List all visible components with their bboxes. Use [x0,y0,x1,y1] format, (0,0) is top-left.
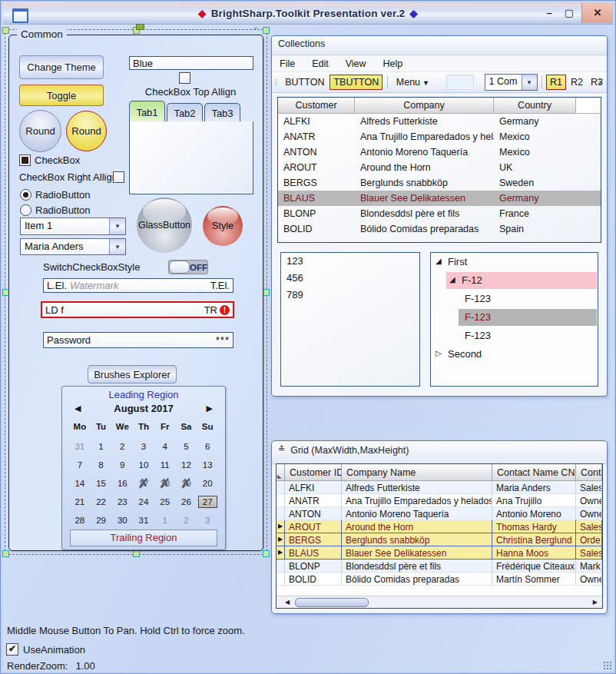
round-button-yellow[interactable]: Round [66,111,107,151]
collapse-all-icon[interactable]: ≛ [278,444,285,463]
menu-item-help[interactable]: Help [383,58,403,69]
table-row[interactable]: BOLIDBólido Comidas preparadasMartín Som… [277,573,602,586]
calendar-day[interactable]: 26 [176,493,197,511]
resize-handle[interactable] [2,27,9,34]
collections-window-title[interactable]: Collections [272,36,607,55]
scroll-right-icon[interactable]: ▶ [593,599,598,606]
tree-collapsed-icon[interactable]: ▷ [436,349,442,357]
calendar-day[interactable]: 6 [197,437,218,456]
close-button[interactable]: ✕ [581,3,613,23]
calendar-day[interactable]: 12 [176,456,197,474]
chevron-down-icon[interactable]: ▼ [109,218,125,234]
toolbar-button[interactable]: BUTTON [281,75,328,90]
column-header-customer-id[interactable]: Customer ID [285,464,342,481]
calendar-day[interactable]: 5 [176,437,197,456]
grid-window-title[interactable]: ≛ Grid (MaxWidth,MaxHeight) [272,441,607,464]
calendar-day[interactable]: 1 [154,511,176,530]
toolbar-grip-icon[interactable]: ⁞ [275,78,277,87]
list-item[interactable]: 456 [281,270,419,287]
calendar-day[interactable]: 25 [154,493,176,511]
toolbar-combobox[interactable]: 1 Com ▼ [485,74,538,91]
calendar-day[interactable]: 15 [91,474,112,493]
glass-button[interactable]: GlassButton [137,198,192,253]
tree-item[interactable]: ◢F-12 [431,271,598,290]
calendar-day[interactable]: 29 [91,511,112,530]
tree-expanded-icon[interactable]: ◢ [436,257,442,265]
table-row[interactable]: BERGSBerglunds snabbköpSweden [278,175,601,191]
calendar-day[interactable]: 28 [69,511,91,530]
calendar-day[interactable]: 23 [111,493,133,511]
change-theme-button[interactable]: Change Theme [19,55,104,79]
tree-expanded-icon[interactable]: ◢ [449,275,455,284]
calendar-day[interactable]: 21 [69,493,91,511]
checkbox-checked[interactable] [19,154,31,166]
checkbox-top-align[interactable] [179,72,190,84]
watermark-textbox[interactable]: L.El. Watermark T.El. [43,278,233,293]
tree-item[interactable]: F-123 [431,327,598,345]
toolbar-overflow-icon[interactable]: —▾ [597,77,604,86]
calendar-month-label[interactable]: August 2017 [62,403,225,414]
calendar-day[interactable]: 8 [91,456,112,474]
radio-button-1[interactable] [20,189,31,201]
minimize-button[interactable]: – [539,3,559,23]
calendar-day[interactable]: 1 [91,437,112,456]
column-header-contact-name[interactable]: Contact Name CN [492,464,576,481]
maximize-button[interactable]: ▢ [559,3,579,23]
table-row[interactable]: ▶BLAUSBlauer See DelikatessenHanna MoosS… [277,546,602,559]
style-button[interactable]: Style [203,206,243,246]
table-row[interactable]: AROUTAround the HornUK [278,160,601,175]
title-bar[interactable]: ◆BrightSharp.Toolkit Presentation ver.2◆… [3,3,613,25]
toolbar-toggle-button[interactable]: TBUTTON [330,75,383,90]
column-header-company-name[interactable]: Company Name [342,464,492,481]
horizontal-scrollbar[interactable]: ◀ ▶ [277,596,602,608]
blue-input[interactable]: Blue [129,56,253,70]
resize-handle[interactable] [263,27,270,34]
radio-button-2[interactable] [20,204,31,216]
toolbar-menu-button[interactable]: Menu▼ [392,75,433,90]
adorner-chevron-icon[interactable]: ⌄ [253,22,259,31]
password-textbox[interactable]: Password *** [43,332,233,348]
validation-error-textbox[interactable]: LD f TR ! [41,301,234,318]
select-all-corner[interactable] [277,464,285,481]
table-row[interactable]: ANATRAna Trujillo Emparedados y heladosA… [277,494,602,507]
calendar-day[interactable]: 11 [154,456,176,474]
table-row[interactable]: ALFKIAlfreds FutterkisteMaria AndersSale… [277,481,602,494]
table-row[interactable]: ANTONAntonio Moreno TaqueríaMexico [278,144,601,160]
menu-item-file[interactable]: File [280,58,295,69]
calendar-day[interactable]: 19✗ [176,474,197,493]
calendar-day[interactable]: 24 [133,493,154,511]
brushes-explorer-button[interactable]: Brushes Explorer [88,365,177,383]
calendar-day[interactable]: 18✗ [154,474,176,493]
calendar-day[interactable]: 2 [176,511,197,530]
calendar-day[interactable]: 7 [69,456,91,474]
resize-handle[interactable] [133,550,140,557]
calendar-day[interactable]: 3 [133,437,154,456]
toolbar-textbox[interactable] [446,75,474,90]
calendar-day[interactable]: 9 [111,456,133,474]
tab-tab3[interactable]: Tab3 [204,103,240,123]
calendar-day[interactable]: 27 [197,493,218,511]
tree-item[interactable]: ▷Second [431,345,598,364]
tree-item[interactable]: F-123 [431,308,598,327]
use-animation-checkbox[interactable]: ✔ [6,643,18,656]
switch-knob[interactable] [169,261,190,274]
chevron-down-icon[interactable]: ▼ [109,239,125,254]
table-row[interactable]: ANATRAna Trujillo Emparedados y helaMexi… [278,129,601,144]
toolbar-radio-r2[interactable]: R2 [568,75,586,89]
menu-item-view[interactable]: View [346,58,366,69]
tab-tab2[interactable]: Tab2 [167,103,203,123]
adorner-move-glyph[interactable] [136,24,144,30]
resize-grip[interactable] [603,661,612,670]
combo-maria-anders[interactable]: Maria Anders ▼ [20,238,126,255]
combo-item1[interactable]: Item 1 ▼ [20,217,126,235]
resize-handle[interactable] [2,550,9,557]
scrollbar-thumb[interactable] [295,598,369,607]
resize-handle[interactable] [263,550,270,557]
tree-item[interactable]: ◢First [431,253,598,271]
scroll-left-icon[interactable]: ◀ [285,599,290,606]
column-header-company[interactable]: Company [355,98,494,114]
calendar-day[interactable]: 31 [69,437,91,456]
calendar-day[interactable]: 17✗ [133,474,154,493]
switch-toggle[interactable]: OFF [168,260,208,274]
toolbar-radio-r1[interactable]: R1 [546,75,566,90]
